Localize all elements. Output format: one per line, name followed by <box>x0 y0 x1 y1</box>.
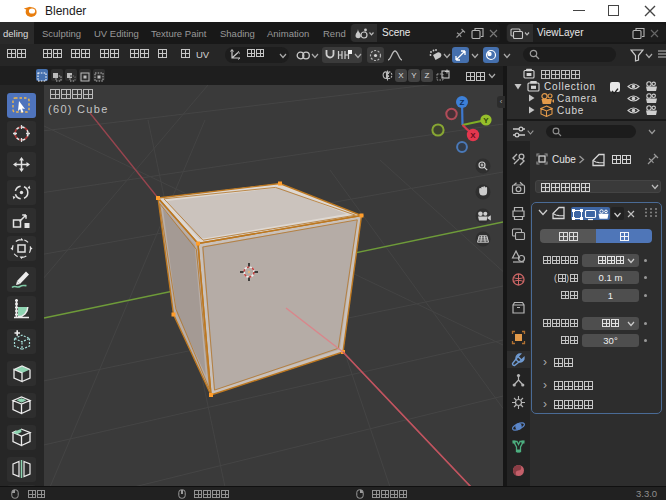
svg-text:X: X <box>470 131 476 140</box>
svg-text:Y: Y <box>483 116 489 125</box>
svg-text:Z: Z <box>460 98 465 107</box>
